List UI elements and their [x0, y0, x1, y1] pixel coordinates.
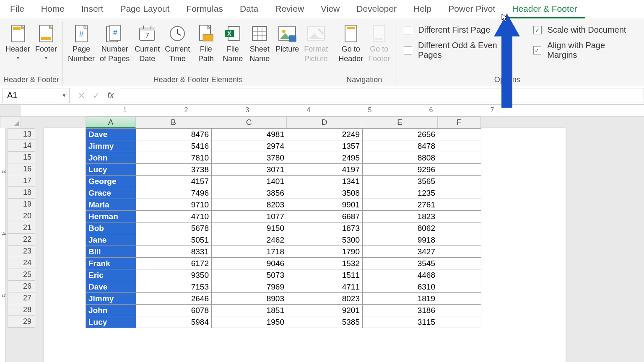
cell[interactable]: 9350	[136, 269, 212, 281]
cell[interactable]: 3565	[363, 176, 438, 187]
page-number-button[interactable]: # PageNumber	[66, 23, 96, 64]
cell[interactable]	[438, 129, 481, 140]
cell[interactable]	[438, 222, 481, 234]
cell[interactable]: 4981	[212, 129, 287, 140]
file-path-button[interactable]: FilePath	[193, 23, 218, 64]
cell[interactable]: 5073	[212, 269, 287, 281]
cell[interactable]: 8476	[136, 129, 212, 140]
cell[interactable]: 3427	[363, 246, 438, 258]
row-header[interactable]: 22	[8, 234, 35, 246]
data-table[interactable]: Dave8476498122492656Jimmy541629741357847…	[86, 128, 481, 328]
cell[interactable]	[438, 293, 481, 305]
cell[interactable]: Lucy	[86, 164, 136, 176]
cell[interactable]: Jimmy	[86, 140, 136, 152]
cell[interactable]: 7810	[136, 152, 212, 164]
cell[interactable]: 1511	[287, 269, 363, 281]
row-header[interactable]: 24	[8, 257, 35, 269]
cell[interactable]: 9201	[287, 305, 363, 316]
table-row[interactable]: Bill8331171817903427	[86, 246, 481, 258]
tab-insert[interactable]: Insert	[73, 0, 112, 18]
tab-help[interactable]: Help	[405, 0, 440, 18]
cell[interactable]: 2974	[212, 140, 287, 152]
cell[interactable]: 9710	[136, 199, 212, 211]
header-button[interactable]: Header ▾	[4, 23, 32, 62]
tab-file[interactable]: File	[8, 0, 33, 18]
cell[interactable]: 4157	[136, 176, 212, 187]
select-all-triangle[interactable]	[0, 116, 21, 128]
row-header[interactable]: 17	[8, 175, 35, 187]
table-row[interactable]: Dave8476498122492656	[86, 129, 481, 140]
table-row[interactable]: Frank6172904615323545	[86, 258, 481, 269]
cell[interactable]: 2249	[287, 129, 363, 140]
cell[interactable]	[438, 316, 481, 328]
cell[interactable]: Eric	[86, 269, 136, 281]
cell[interactable]: 1950	[212, 316, 287, 328]
cell[interactable]: 6078	[136, 305, 212, 316]
cell[interactable]	[438, 246, 481, 258]
tab-formulas[interactable]: Formulas	[178, 0, 231, 18]
cell[interactable]: 8478	[363, 140, 438, 152]
row-header[interactable]: 14	[8, 140, 35, 152]
table-row[interactable]: Bob5678915018738062	[86, 222, 481, 234]
row-header[interactable]: 16	[8, 163, 35, 175]
cell[interactable]: 7153	[136, 281, 212, 293]
cell[interactable]: 4710	[136, 211, 212, 222]
cell[interactable]: Bill	[86, 246, 136, 258]
row-header[interactable]: 21	[8, 222, 35, 234]
table-row[interactable]: Jimmy5416297413578478	[86, 140, 481, 152]
cell[interactable]: 8808	[363, 152, 438, 164]
picture-button[interactable]: Picture	[274, 23, 301, 55]
cell[interactable]	[438, 152, 481, 164]
row-header[interactable]: 23	[8, 246, 35, 257]
cell[interactable]: 3545	[363, 258, 438, 269]
row-header[interactable]: 15	[8, 152, 35, 163]
table-row[interactable]: Eric9350507315114468	[86, 269, 481, 281]
cell[interactable]	[438, 176, 481, 187]
tab-review[interactable]: Review	[267, 0, 312, 18]
current-time-button[interactable]: CurrentTime	[163, 23, 192, 64]
cell[interactable]: Maria	[86, 199, 136, 211]
cell[interactable]: 3186	[363, 305, 438, 316]
cell[interactable]: Grace	[86, 187, 136, 199]
table-row[interactable]: John6078185192013186	[86, 305, 481, 316]
cell[interactable]: 8062	[363, 222, 438, 234]
table-row[interactable]: Dave7153796947116310	[86, 281, 481, 293]
cell[interactable]: Jimmy	[86, 293, 136, 305]
row-header[interactable]: 13	[8, 128, 35, 140]
name-box[interactable]: A1 ▼	[3, 88, 70, 103]
table-row[interactable]: Herman4710107766871823	[86, 211, 481, 222]
cell[interactable]	[438, 234, 481, 246]
cell[interactable]	[438, 211, 481, 222]
cell[interactable]: Dave	[86, 281, 136, 293]
tab-developer[interactable]: Developer	[348, 0, 405, 18]
cell[interactable]: Frank	[86, 258, 136, 269]
cell[interactable]: 5984	[136, 316, 212, 328]
cell[interactable]: 3115	[363, 316, 438, 328]
cell[interactable]: 9150	[212, 222, 287, 234]
cell[interactable]	[438, 140, 481, 152]
row-header[interactable]: 27	[8, 292, 35, 304]
cell[interactable]	[438, 281, 481, 293]
row-header[interactable]: 18	[8, 187, 35, 199]
cell[interactable]: 2656	[363, 129, 438, 140]
tab-header-footer[interactable]: Header & Footer	[504, 0, 585, 18]
cell[interactable]: 5416	[136, 140, 212, 152]
cell[interactable]: John	[86, 305, 136, 316]
cell[interactable]: 3856	[212, 187, 287, 199]
tab-view[interactable]: View	[312, 0, 348, 18]
cell[interactable]: 6687	[287, 211, 363, 222]
formula-input[interactable]	[120, 88, 644, 103]
column-header-f[interactable]: F	[438, 116, 481, 128]
cell[interactable]: 9918	[363, 234, 438, 246]
cell[interactable]: 1790	[287, 246, 363, 258]
cell[interactable]: 8903	[212, 293, 287, 305]
go-to-header-button[interactable]: Go toHeader	[337, 23, 365, 64]
cell[interactable]: 1819	[363, 293, 438, 305]
different-odd-even-checkbox[interactable]: Different Odd & Even Pages	[404, 41, 521, 60]
tab-page-layout[interactable]: Page Layout	[112, 0, 178, 18]
cell[interactable]: 8203	[212, 199, 287, 211]
row-header[interactable]: 28	[8, 304, 35, 316]
cell[interactable]: 3738	[136, 164, 212, 176]
cell[interactable]: 1341	[287, 176, 363, 187]
cell[interactable]: 5385	[287, 316, 363, 328]
